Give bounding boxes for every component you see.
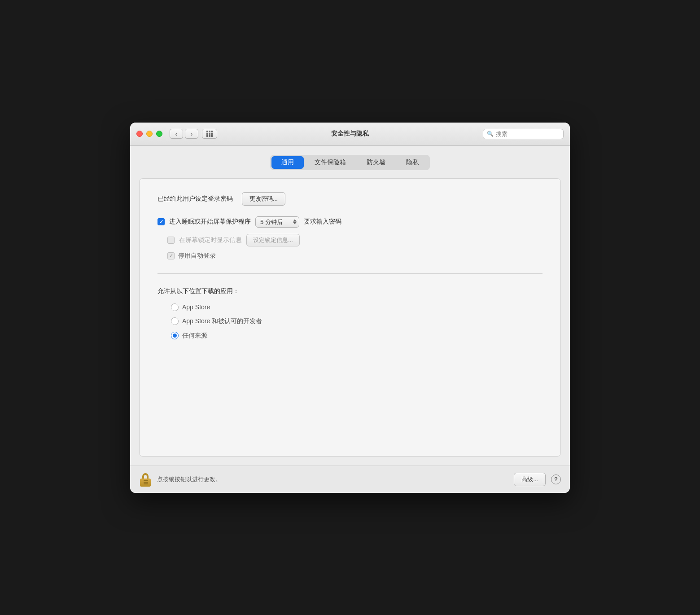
sleep-checkbox-wrapper (158, 218, 165, 225)
radio-appstore-label: App Store (182, 303, 210, 311)
lock-line-1 (144, 480, 148, 481)
lock-shackle (142, 473, 149, 479)
autologin-checkbox[interactable] (167, 252, 175, 259)
lock-msg-button: 设定锁定信息... (246, 234, 300, 246)
sleep-select[interactable]: 立即 1 分钟后 5 分钟后 15 分钟后 30 分钟后 1 小时后 (255, 216, 299, 228)
bottom-text: 点按锁按钮以进行更改。 (157, 475, 508, 483)
grid-button[interactable] (202, 129, 217, 139)
radio-row-appstore-devs: App Store 和被认可的开发者 (171, 317, 542, 325)
sleep-checkbox[interactable] (158, 218, 165, 225)
content: 通用 文件保险箱 防火墙 隐私 已经给此用户设定登录密码 更改密码... 进入睡… (130, 146, 570, 466)
radio-row-appstore: App Store (171, 303, 542, 311)
lock-lines (144, 480, 148, 484)
search-box: 🔍 (483, 129, 564, 139)
search-input[interactable] (496, 131, 560, 137)
radio-appstore-devs[interactable] (171, 317, 179, 325)
lock-body (140, 479, 151, 487)
require-pwd-text: 要求输入密码 (304, 218, 341, 226)
autologin-row: 停用自动登录 (167, 252, 542, 260)
advanced-button[interactable]: 高级... (514, 473, 546, 486)
lockscreen-label: 在屏幕锁定时显示信息 (179, 236, 242, 244)
sleep-select-wrapper: 立即 1 分钟后 5 分钟后 15 分钟后 30 分钟后 1 小时后 (255, 216, 299, 228)
grid-icon (206, 131, 213, 137)
tab-firewall[interactable]: 防火墙 (357, 156, 395, 169)
sleep-text: 进入睡眠或开始屏幕保护程序 (169, 218, 251, 226)
search-icon: 🔍 (487, 131, 494, 137)
maximize-button[interactable] (156, 131, 162, 137)
autologin-label: 停用自动登录 (178, 252, 216, 260)
traffic-lights (136, 131, 162, 137)
forward-button[interactable]: › (185, 129, 198, 139)
nav-buttons: ‹ › (170, 129, 217, 139)
change-password-button[interactable]: 更改密码... (242, 192, 285, 206)
window: ‹ › 安全性与隐私 🔍 通用 文件保险箱 (130, 123, 570, 493)
minimize-button[interactable] (146, 131, 153, 137)
divider (158, 273, 542, 274)
back-icon: ‹ (175, 131, 177, 137)
radio-row-anywhere: 任何来源 (171, 332, 542, 340)
password-row: 已经给此用户设定登录密码 更改密码... (158, 192, 542, 206)
radio-anywhere[interactable] (171, 332, 179, 339)
download-title: 允许从以下位置下载的应用： (158, 287, 542, 295)
tab-general[interactable]: 通用 (271, 156, 304, 169)
tab-privacy[interactable]: 隐私 (396, 156, 429, 169)
forward-icon: › (191, 131, 192, 137)
lock-line-2 (144, 482, 148, 483)
password-label: 已经给此用户设定登录密码 (158, 195, 233, 203)
lock-icon[interactable] (139, 472, 152, 487)
bottom-bar: 点按锁按钮以进行更改。 高级... ? (130, 466, 570, 493)
radio-appstore-devs-label: App Store 和被认可的开发者 (182, 317, 262, 325)
help-button[interactable]: ? (551, 474, 561, 484)
lockscreen-checkbox (167, 237, 175, 244)
panel: 已经给此用户设定登录密码 更改密码... 进入睡眠或开始屏幕保护程序 立即 1 … (139, 178, 561, 457)
tabs: 通用 文件保险箱 防火墙 隐私 (139, 155, 561, 170)
lock-line-3 (144, 483, 148, 484)
lockscreen-row: 在屏幕锁定时显示信息 设定锁定信息... (167, 234, 542, 246)
back-button[interactable]: ‹ (170, 129, 183, 139)
sleep-row: 进入睡眠或开始屏幕保护程序 立即 1 分钟后 5 分钟后 15 分钟后 30 分… (158, 216, 542, 228)
window-title: 安全性与隐私 (331, 130, 369, 138)
tab-filevault[interactable]: 文件保险箱 (305, 156, 356, 169)
download-section: 允许从以下位置下载的应用： App Store App Store 和被认可的开… (158, 287, 542, 340)
radio-anywhere-label: 任何来源 (182, 332, 207, 340)
radio-appstore[interactable] (171, 303, 179, 311)
tab-container: 通用 文件保险箱 防火墙 隐私 (270, 155, 430, 170)
radio-group: App Store App Store 和被认可的开发者 任何来源 (171, 303, 542, 340)
titlebar: ‹ › 安全性与隐私 🔍 (130, 123, 570, 146)
close-button[interactable] (136, 131, 143, 137)
